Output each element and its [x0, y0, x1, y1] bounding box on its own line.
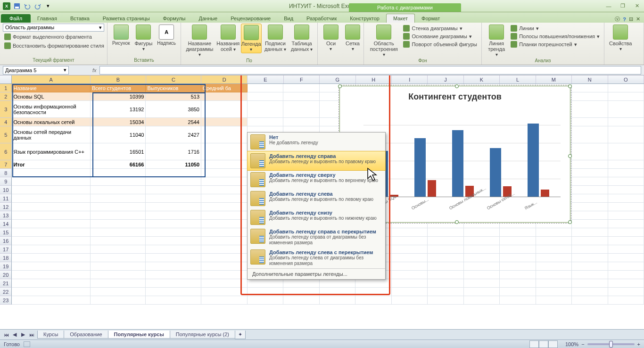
column-header-A[interactable]: A	[12, 75, 91, 83]
cell[interactable]	[201, 211, 248, 220]
row-header[interactable]: 12	[0, 203, 12, 211]
cell[interactable]	[464, 296, 500, 305]
cell[interactable]	[536, 279, 572, 288]
close-button[interactable]: ✕	[632, 3, 642, 9]
tab-pagelayout[interactable]: Разметка страницы	[96, 14, 157, 23]
row-header[interactable]: 13	[0, 211, 12, 220]
column-header-N[interactable]: N	[572, 75, 608, 83]
cell[interactable]	[91, 279, 146, 288]
cell[interactable]	[283, 118, 319, 126]
cell[interactable]: 11040	[91, 126, 146, 143]
save-icon[interactable]	[12, 1, 22, 11]
help-icon[interactable]: ?	[623, 17, 626, 22]
cell[interactable]	[572, 203, 608, 211]
row-header[interactable]: 7	[0, 160, 12, 169]
tab-review[interactable]: Рецензирование	[224, 14, 277, 23]
column-header-E[interactable]: E	[248, 75, 283, 83]
cell[interactable]	[91, 262, 146, 271]
cell[interactable]	[146, 169, 201, 177]
cell[interactable]: 2544	[146, 118, 201, 126]
cell[interactable]	[608, 228, 644, 237]
cell[interactable]	[428, 254, 463, 262]
cell[interactable]	[428, 262, 463, 271]
cell[interactable]	[201, 237, 248, 245]
cell[interactable]	[283, 92, 319, 101]
cell[interactable]	[201, 228, 248, 237]
axes-button[interactable]: Оси▾	[321, 24, 341, 52]
cell[interactable]	[201, 254, 248, 262]
cell[interactable]	[536, 237, 572, 245]
cell[interactable]	[572, 245, 608, 254]
redo-icon[interactable]	[33, 1, 42, 11]
cell[interactable]	[91, 245, 146, 254]
sheet-tab[interactable]: Популярные курсы	[108, 331, 170, 339]
cell[interactable]	[283, 101, 319, 118]
cell[interactable]	[608, 220, 644, 228]
cell[interactable]	[464, 279, 500, 288]
cell[interactable]	[392, 254, 428, 262]
column-header-I[interactable]: I	[392, 75, 428, 83]
legend-option[interactable]: Добавить легенду слеваДобавить легенду и…	[248, 189, 385, 208]
cell[interactable]	[572, 92, 608, 101]
chart-title-button[interactable]: Название диаграммы ▾	[184, 24, 215, 58]
cell[interactable]	[248, 92, 283, 101]
chart-wall-button[interactable]: Стенка диаграммы ▾	[402, 25, 479, 32]
cell[interactable]	[572, 228, 608, 237]
column-header-F[interactable]: F	[284, 75, 320, 83]
cell[interactable]	[355, 279, 391, 288]
page-layout-view-button[interactable]	[539, 340, 548, 348]
cell[interactable]	[146, 288, 201, 296]
shapes-button[interactable]: Фигуры▾	[133, 24, 155, 52]
row-header[interactable]: 3	[0, 101, 12, 118]
undo-icon[interactable]	[23, 1, 32, 11]
cell[interactable]	[464, 288, 500, 296]
cell[interactable]	[201, 177, 248, 186]
cell[interactable]	[201, 296, 248, 305]
row-header[interactable]: 9	[0, 177, 12, 186]
cell[interactable]	[392, 245, 428, 254]
cell[interactable]	[500, 271, 536, 279]
cell[interactable]	[572, 143, 608, 160]
sheet-nav-next[interactable]: ▶	[19, 331, 27, 339]
cell[interactable]	[201, 220, 248, 228]
cell[interactable]	[201, 101, 248, 118]
cell[interactable]	[283, 279, 319, 288]
tab-home[interactable]: Главная	[31, 14, 64, 23]
legend-more-options[interactable]: Дополнительные параметры легенды...	[248, 268, 385, 279]
cell[interactable]	[500, 262, 536, 271]
picture-button[interactable]: Рисунок	[110, 24, 132, 47]
cell[interactable]	[91, 186, 146, 194]
formula-bar[interactable]	[99, 66, 641, 75]
worksheet-grid[interactable]: ABCDEFGHIJKLMNO 1НазваниеВсего студентов…	[0, 75, 644, 334]
cell[interactable]	[392, 296, 428, 305]
new-sheet-button[interactable]: ✦	[235, 331, 246, 339]
cell[interactable]	[12, 271, 90, 279]
cell[interactable]	[12, 220, 90, 228]
legend-option[interactable]: Добавить легенду сверхуДобавить легенду …	[248, 170, 385, 189]
cell[interactable]: Основы информационной безопасности	[12, 101, 90, 118]
cell[interactable]	[91, 296, 146, 305]
cell[interactable]	[91, 177, 146, 186]
row-header[interactable]: 4	[0, 118, 12, 126]
cell[interactable]	[536, 296, 572, 305]
column-header-G[interactable]: G	[320, 75, 355, 83]
row-header[interactable]: 21	[0, 279, 12, 288]
cell[interactable]	[91, 211, 146, 220]
axis-titles-button[interactable]: Названия осей ▾	[216, 24, 240, 53]
legend-option[interactable]: Добавить легенду справаДобавить легенду …	[247, 151, 386, 171]
cell[interactable]	[464, 237, 500, 245]
cell[interactable]: 15034	[91, 118, 146, 126]
cell[interactable]	[608, 288, 644, 296]
cell[interactable]	[572, 220, 608, 228]
cell[interactable]	[572, 186, 608, 194]
tab-file[interactable]: Файл	[1, 14, 31, 23]
cell[interactable]: 16501	[91, 143, 146, 160]
cell[interactable]	[428, 228, 463, 237]
cell[interactable]	[428, 271, 463, 279]
sheet-nav-first[interactable]: ⏮	[2, 331, 10, 339]
row-header[interactable]: 14	[0, 220, 12, 228]
cell[interactable]	[146, 194, 201, 203]
cell[interactable]	[392, 288, 428, 296]
cell[interactable]	[608, 186, 644, 194]
cell[interactable]	[283, 288, 319, 296]
